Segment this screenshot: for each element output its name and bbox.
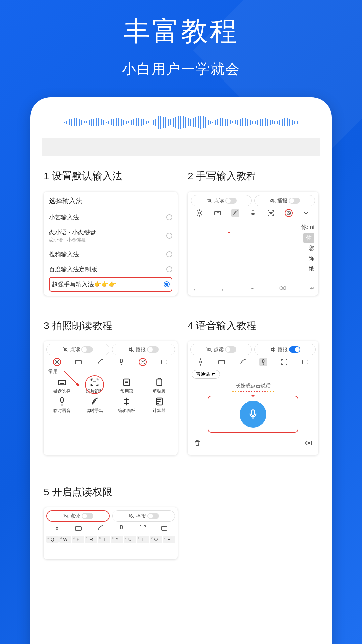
chevron-down-icon[interactable] bbox=[302, 209, 310, 217]
tutorial-1-thumb: 选择输入法 小艺输入法恋小语 · 小恋键盘恋小语 · 小恋键盘搜狗输入法百度输入… bbox=[44, 192, 178, 296]
feather-icon[interactable] bbox=[96, 358, 104, 366]
svg-rect-7 bbox=[162, 360, 167, 364]
svg-rect-21 bbox=[162, 526, 167, 530]
ime-option[interactable]: 恋小语 · 小恋键盘恋小语 · 小恋键盘 bbox=[49, 225, 172, 247]
key-W[interactable]: 2W bbox=[59, 536, 72, 543]
tap-read-toggle[interactable]: 点读 bbox=[46, 510, 110, 522]
collapse-icon[interactable] bbox=[285, 209, 293, 217]
scan-icon[interactable] bbox=[139, 524, 147, 532]
tutorial-5-title: 5 开启点读权限 bbox=[44, 485, 178, 499]
key-T[interactable]: 5T bbox=[98, 536, 110, 543]
tutorial-5: 5 开启点读权限 点读 播报 bbox=[44, 485, 178, 559]
symbol-key[interactable]: ↵ bbox=[310, 285, 314, 292]
tutorial-4: 4 语音输入教程 点读 播报 bbox=[188, 319, 318, 455]
keyboard-toolbar bbox=[191, 206, 315, 219]
tool-cursor[interactable]: 编辑面板 bbox=[112, 396, 142, 414]
candidate-char[interactable]: 您 bbox=[301, 243, 314, 253]
tutorial-4-thumb: 点读 播报 普通话 ⇄ 长按或点击说话 bbox=[188, 341, 318, 455]
collapse-icon[interactable] bbox=[301, 358, 309, 366]
gear-icon[interactable] bbox=[196, 209, 204, 217]
collapse-icon[interactable] bbox=[160, 524, 168, 532]
keyboard-icon[interactable] bbox=[218, 358, 226, 366]
candidate-char[interactable]: 饿 bbox=[301, 264, 314, 274]
svg-rect-10 bbox=[157, 379, 162, 386]
radio-icon bbox=[164, 281, 170, 287]
scan-icon bbox=[89, 377, 100, 387]
feather-icon[interactable] bbox=[231, 209, 239, 217]
tap-read-toggle[interactable]: 点读 bbox=[46, 344, 109, 355]
ime-option[interactable]: 搜狗输入法 bbox=[49, 247, 172, 262]
scan-icon[interactable] bbox=[139, 358, 147, 366]
ime-option[interactable]: 百度输入法定制版 bbox=[49, 262, 172, 277]
key-U[interactable]: 7U bbox=[124, 536, 136, 543]
keyboard-icon[interactable] bbox=[74, 524, 82, 532]
voice-mic-button[interactable] bbox=[240, 401, 266, 428]
ime-option[interactable]: 小艺输入法 bbox=[49, 210, 172, 225]
scan-icon[interactable] bbox=[267, 209, 275, 217]
key-Q[interactable]: 1Q bbox=[46, 536, 59, 543]
tap-read-toggle[interactable]: 点读 bbox=[191, 195, 252, 206]
waveform-decoration bbox=[40, 114, 322, 131]
symbol-key[interactable]: ⌫ bbox=[278, 285, 286, 292]
gear-icon[interactable] bbox=[53, 358, 61, 366]
tool-note[interactable]: 常用语 bbox=[112, 377, 142, 394]
svg-rect-16 bbox=[303, 360, 308, 364]
red-arrow-icon bbox=[229, 218, 229, 235]
feather-icon[interactable] bbox=[239, 358, 247, 366]
keyboard-icon[interactable] bbox=[74, 358, 82, 366]
broadcast-toggle[interactable]: 播报 bbox=[112, 510, 175, 522]
phone-mockup: 1 设置默认输入法 选择输入法 小艺输入法恋小语 · 小恋键盘恋小语 · 小恋键… bbox=[30, 97, 332, 644]
toggle-icon bbox=[289, 198, 300, 204]
tool-feather[interactable]: 临时手写 bbox=[79, 396, 110, 414]
svg-point-18 bbox=[56, 527, 58, 529]
symbol-key[interactable]: ， bbox=[192, 285, 197, 292]
svg-rect-20 bbox=[120, 525, 122, 529]
svg-rect-3 bbox=[287, 212, 290, 214]
candidate-char[interactable]: 饰 bbox=[301, 253, 314, 264]
symbol-key[interactable]: 。 bbox=[221, 285, 227, 292]
cursor-icon bbox=[122, 396, 132, 407]
mic-icon[interactable] bbox=[117, 524, 125, 532]
key-E[interactable]: 3E bbox=[72, 536, 84, 543]
ime-selector-heading: 选择输入法 bbox=[49, 196, 172, 205]
symbol-key[interactable]: ⌣ bbox=[251, 285, 254, 292]
collapse-icon[interactable] bbox=[160, 358, 168, 366]
scan-icon[interactable] bbox=[280, 358, 288, 366]
tutorial-1: 1 设置默认输入法 选择输入法 小艺输入法恋小语 · 小恋键盘恋小语 · 小恋键… bbox=[44, 169, 178, 296]
radio-icon bbox=[166, 214, 172, 220]
svg-rect-11 bbox=[61, 398, 64, 402]
svg-rect-17 bbox=[252, 410, 255, 416]
ime-option[interactable]: 超强手写输入法👉👉👉 bbox=[49, 277, 172, 292]
svg-rect-2 bbox=[252, 210, 254, 214]
tool-calc[interactable]: 计算器 bbox=[144, 396, 175, 414]
trash-icon[interactable] bbox=[194, 439, 201, 448]
red-arrow-icon bbox=[62, 369, 82, 389]
gear-icon[interactable] bbox=[53, 524, 61, 532]
tool-mic[interactable]: 临时语音 bbox=[47, 396, 77, 414]
key-R[interactable]: 4R bbox=[85, 536, 98, 543]
mic-icon[interactable] bbox=[249, 209, 257, 217]
feather-icon[interactable] bbox=[96, 524, 104, 532]
broadcast-toggle[interactable]: 播报 bbox=[254, 195, 315, 206]
clipboard-icon bbox=[154, 377, 164, 387]
svg-rect-6 bbox=[120, 359, 122, 363]
backspace-icon[interactable] bbox=[304, 439, 312, 448]
gear-icon[interactable] bbox=[197, 358, 205, 366]
keyboard-icon[interactable] bbox=[214, 209, 222, 217]
key-O[interactable]: 9O bbox=[150, 536, 162, 543]
tool-clipboard[interactable]: 剪贴板 bbox=[144, 377, 175, 394]
mic-icon[interactable] bbox=[259, 358, 267, 366]
key-Y[interactable]: 6Y bbox=[111, 536, 123, 543]
candidate-char[interactable]: 你 bbox=[303, 233, 314, 243]
svg-point-0 bbox=[199, 212, 201, 214]
placeholder-bar bbox=[42, 138, 320, 156]
tool-scan[interactable]: 照片识别 bbox=[79, 377, 110, 394]
broadcast-toggle[interactable]: 播报 bbox=[112, 344, 175, 355]
key-I[interactable]: 8I bbox=[137, 536, 149, 543]
key-P[interactable]: 0P bbox=[163, 536, 175, 543]
tap-read-toggle[interactable]: 点读 bbox=[190, 344, 252, 355]
mic-icon[interactable] bbox=[117, 358, 125, 366]
svg-point-13 bbox=[200, 361, 202, 363]
language-selector[interactable]: 普通话 ⇄ bbox=[192, 370, 220, 379]
broadcast-toggle[interactable]: 播报 bbox=[254, 344, 316, 355]
